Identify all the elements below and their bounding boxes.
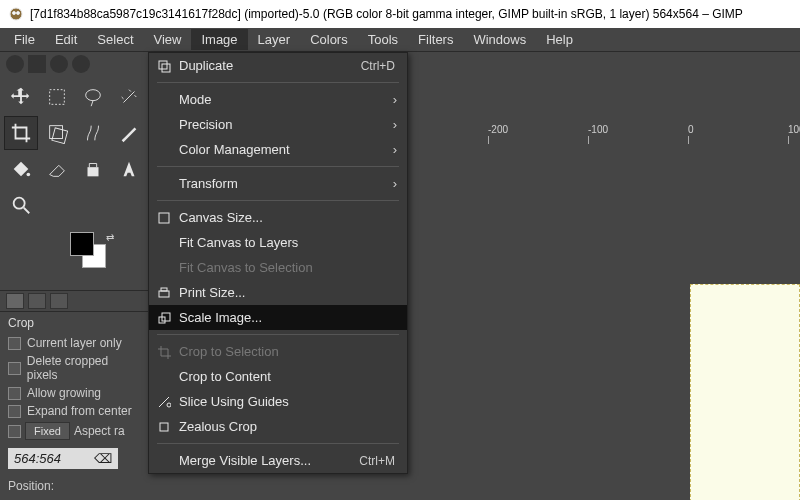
- menu-color-management[interactable]: Color Management›: [149, 137, 407, 162]
- clear-icon[interactable]: ⌫: [94, 451, 112, 466]
- zoom-tool[interactable]: [4, 188, 38, 222]
- menu-help[interactable]: Help: [536, 29, 583, 50]
- chevron-right-icon: ›: [393, 117, 397, 132]
- toolbox: [0, 76, 148, 226]
- svg-rect-14: [161, 288, 167, 291]
- title-text: [7d1f834b88ca5987c19c3141617f28dc] (impo…: [30, 7, 743, 21]
- svg-rect-5: [50, 126, 63, 139]
- menu-precision[interactable]: Precision›: [149, 112, 407, 137]
- eraser-tool[interactable]: [40, 152, 74, 186]
- rotate-tool[interactable]: [40, 116, 74, 150]
- gimp-icon: [8, 6, 24, 22]
- menu-windows[interactable]: Windows: [463, 29, 536, 50]
- svg-rect-11: [162, 64, 170, 72]
- shape-circle3-icon: [72, 55, 90, 73]
- svg-rect-12: [159, 213, 169, 223]
- checkbox-icon[interactable]: [8, 425, 21, 438]
- menu-slice-guides[interactable]: Slice Using Guides: [149, 389, 407, 414]
- shape-circle2-icon: [50, 55, 68, 73]
- menu-colors[interactable]: Colors: [300, 29, 358, 50]
- slice-icon: [157, 395, 171, 409]
- text-tool[interactable]: [112, 152, 146, 186]
- menu-crop-content[interactable]: Crop to Content: [149, 364, 407, 389]
- svg-point-1: [13, 12, 16, 15]
- menu-image[interactable]: Image: [191, 29, 247, 50]
- fuzzy-select-tool[interactable]: [112, 80, 146, 114]
- swap-colors-icon[interactable]: ⇄: [106, 232, 114, 243]
- checkbox-icon[interactable]: [8, 362, 21, 375]
- free-select-tool[interactable]: [76, 80, 110, 114]
- checkbox-icon[interactable]: [8, 337, 21, 350]
- move-tool[interactable]: [4, 80, 38, 114]
- scale-icon: [157, 311, 171, 325]
- svg-point-2: [17, 12, 20, 15]
- left-panel: ⇄ Crop Current layer only Delete cropped…: [0, 52, 148, 500]
- image-canvas[interactable]: [690, 284, 800, 500]
- menu-fit-canvas-selection: Fit Canvas to Selection: [149, 255, 407, 280]
- menu-canvas-size[interactable]: Canvas Size...: [149, 205, 407, 230]
- menu-crop-selection: Crop to Selection: [149, 339, 407, 364]
- menu-file[interactable]: File: [4, 29, 45, 50]
- svg-rect-3: [50, 90, 65, 105]
- menu-filters[interactable]: Filters: [408, 29, 463, 50]
- paintbrush-tool[interactable]: [112, 116, 146, 150]
- menu-edit[interactable]: Edit: [45, 29, 87, 50]
- aspect-label: Aspect ra: [74, 424, 125, 438]
- menubar: File Edit Select View Image Layer Colors…: [0, 28, 800, 52]
- opt-delete-cropped[interactable]: Delete cropped pixels: [0, 352, 148, 384]
- menu-scale-image[interactable]: Scale Image...: [149, 305, 407, 330]
- warp-tool[interactable]: [76, 116, 110, 150]
- chevron-right-icon: ›: [393, 92, 397, 107]
- canvas-size-icon: [157, 211, 171, 225]
- menu-layer[interactable]: Layer: [248, 29, 301, 50]
- title-bar: [7d1f834b88ca5987c19c3141617f28dc] (impo…: [0, 0, 800, 28]
- clone-tool[interactable]: [76, 152, 110, 186]
- opt-current-layer[interactable]: Current layer only: [0, 334, 148, 352]
- foreground-color[interactable]: [70, 232, 94, 256]
- svg-point-0: [10, 8, 22, 20]
- crop-tool[interactable]: [4, 116, 38, 150]
- chevron-right-icon: ›: [393, 176, 397, 191]
- menu-mode[interactable]: Mode›: [149, 87, 407, 112]
- color-swatch[interactable]: ⇄: [70, 232, 114, 282]
- svg-rect-10: [159, 61, 167, 69]
- tab-device-status[interactable]: [28, 293, 46, 309]
- shape-circle-icon: [6, 55, 24, 73]
- menu-tools[interactable]: Tools: [358, 29, 408, 50]
- menu-print-size[interactable]: Print Size...: [149, 280, 407, 305]
- rect-select-tool[interactable]: [40, 80, 74, 114]
- menu-duplicate[interactable]: Duplicate Ctrl+D: [149, 53, 407, 78]
- image-menu-dropdown: Duplicate Ctrl+D Mode› Precision› Color …: [148, 52, 408, 474]
- tab-tool-options[interactable]: [6, 293, 24, 309]
- print-size-icon: [157, 286, 171, 300]
- dock-shapes: [0, 52, 148, 76]
- opt-allow-growing[interactable]: Allow growing: [0, 384, 148, 402]
- menu-select[interactable]: Select: [87, 29, 143, 50]
- position-label: Position:: [0, 475, 148, 497]
- svg-rect-17: [160, 423, 168, 431]
- duplicate-icon: [157, 59, 171, 73]
- zealous-icon: [157, 420, 171, 434]
- menu-transform[interactable]: Transform›: [149, 171, 407, 196]
- chevron-right-icon: ›: [393, 142, 397, 157]
- svg-rect-13: [159, 291, 169, 297]
- checkbox-icon[interactable]: [8, 405, 21, 418]
- menu-view[interactable]: View: [144, 29, 192, 50]
- menu-zealous-crop[interactable]: Zealous Crop: [149, 414, 407, 439]
- opt-expand-center[interactable]: Expand from center: [0, 402, 148, 420]
- svg-rect-8: [88, 167, 99, 176]
- menu-merge-visible[interactable]: Merge Visible Layers... Ctrl+M: [149, 448, 407, 473]
- options-tabs: [0, 290, 148, 312]
- svg-point-9: [14, 198, 25, 209]
- aspect-ratio-input[interactable]: 564:564 ⌫: [8, 448, 118, 469]
- fixed-dropdown[interactable]: Fixed: [25, 422, 70, 440]
- svg-rect-6: [52, 128, 68, 144]
- crop-icon: [157, 345, 171, 359]
- svg-point-4: [86, 90, 101, 101]
- svg-point-7: [27, 173, 31, 177]
- menu-fit-canvas-layers[interactable]: Fit Canvas to Layers: [149, 230, 407, 255]
- checkbox-icon[interactable]: [8, 387, 21, 400]
- bucket-tool[interactable]: [4, 152, 38, 186]
- tool-options-title: Crop: [0, 312, 148, 334]
- tab-other[interactable]: [50, 293, 68, 309]
